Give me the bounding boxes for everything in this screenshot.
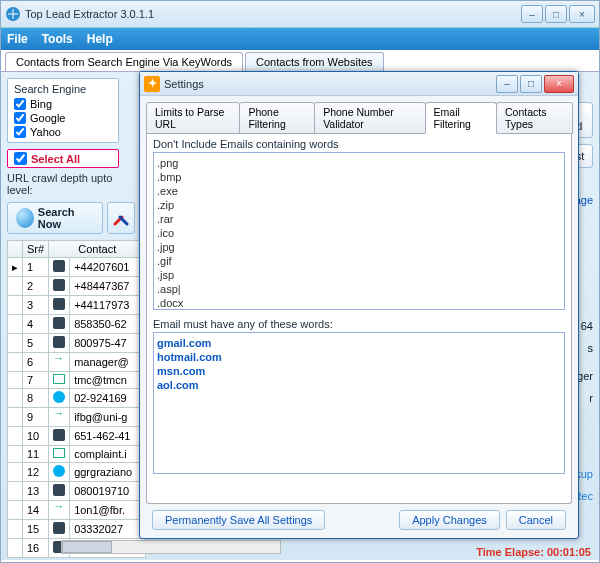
cell-contact: 858350-62 [70, 315, 146, 334]
row-pointer [8, 520, 23, 539]
tab-phone-filtering[interactable]: Phone Filtering [239, 102, 315, 134]
table-row[interactable]: ▸1+44207601 [8, 258, 146, 277]
window-maximize-button[interactable]: □ [545, 5, 567, 23]
table-row[interactable]: 10651-462-41 [8, 427, 146, 446]
select-all-toggle[interactable]: Select All [7, 149, 119, 168]
row-pointer [8, 427, 23, 446]
cell-sr: 8 [23, 389, 49, 408]
window-close-button[interactable]: × [569, 5, 595, 23]
menu-help[interactable]: Help [87, 32, 113, 46]
engine-bing[interactable]: Bing [14, 98, 112, 110]
cell-contact: 02-924169 [70, 389, 146, 408]
table-row[interactable]: 5800975-47 [8, 334, 146, 353]
engine-yahoo-checkbox[interactable] [14, 126, 26, 138]
cell-sr: 3 [23, 296, 49, 315]
table-row[interactable]: 7tmc@tmcn [8, 372, 146, 389]
results-table: Sr# Contact ▸1+442076012+484473673+44117… [7, 240, 146, 558]
cell-contact: +44117973 [70, 296, 146, 315]
settings-minimize-button[interactable]: – [496, 75, 518, 93]
cell-icon [49, 427, 70, 446]
tab-phone-validator[interactable]: Phone Number Validator [314, 102, 425, 134]
phone-icon [53, 279, 65, 291]
table-row[interactable]: 13080019710 [8, 482, 146, 501]
engine-google[interactable]: Google [14, 112, 112, 124]
main-titlebar: Top Lead Extractor 3.0.1.1 – □ × [1, 1, 599, 28]
cell-icon [49, 258, 70, 277]
search-now-button[interactable]: Search Now [7, 202, 103, 234]
cell-icon [49, 296, 70, 315]
cell-icon [49, 446, 70, 463]
cell-icon [49, 501, 70, 520]
cell-sr: 9 [23, 408, 49, 427]
row-pointer: ▸ [8, 258, 23, 277]
row-pointer [8, 408, 23, 427]
table-row[interactable]: 12ggrgraziano [8, 463, 146, 482]
tab-email-filtering[interactable]: Email Filtering [425, 102, 497, 134]
cell-contact: 080019710 [70, 482, 146, 501]
tools-icon [112, 209, 130, 227]
settings-title: Settings [164, 78, 496, 90]
cancel-button[interactable]: Cancel [506, 510, 566, 530]
cell-sr: 1 [23, 258, 49, 277]
window-minimize-button[interactable]: – [521, 5, 543, 23]
apply-changes-button[interactable]: Apply Changes [399, 510, 500, 530]
permanent-save-button[interactable]: Permanently Save All Settings [152, 510, 325, 530]
crawl-depth-label: URL crawl depth upto level: [7, 172, 135, 196]
settings-close-button[interactable]: × [544, 75, 574, 93]
cell-sr: 15 [23, 520, 49, 539]
table-row[interactable]: 9ifbg@uni-g [8, 408, 146, 427]
select-all-checkbox[interactable] [14, 152, 27, 165]
search-engine-legend: Search Engine [14, 83, 112, 95]
tab-websites[interactable]: Contacts from Websites [245, 52, 384, 71]
row-pointer [8, 539, 23, 558]
table-row[interactable]: 6manager@ [8, 353, 146, 372]
row-pointer [8, 277, 23, 296]
engine-yahoo[interactable]: Yahoo [14, 126, 112, 138]
time-elapse-value: 00:01:05 [547, 546, 591, 558]
exclude-words-textarea[interactable]: .png .bmp .exe .zip .rar .ico .jpg .gif … [153, 152, 565, 310]
table-row[interactable]: 2+48447367 [8, 277, 146, 296]
row-pointer [8, 296, 23, 315]
row-pointer [8, 482, 23, 501]
row-pointer [8, 353, 23, 372]
cell-contact: manager@ [70, 353, 146, 372]
header-sr[interactable]: Sr# [23, 241, 49, 258]
cell-sr: 16 [23, 539, 49, 558]
engine-google-checkbox[interactable] [14, 112, 26, 124]
phone-icon [53, 317, 65, 329]
table-row[interactable]: 3+44117973 [8, 296, 146, 315]
include-label: Email must have any of these words: [153, 318, 565, 330]
tab-contacts-types[interactable]: Contacts Types [496, 102, 573, 134]
settings-titlebar: ✦ Settings – □ × [140, 72, 578, 96]
send-icon [53, 410, 65, 422]
tools-button[interactable] [107, 202, 135, 234]
table-row[interactable]: 141on1@fbr. [8, 501, 146, 520]
cell-sr: 13 [23, 482, 49, 501]
phone-icon [53, 260, 65, 272]
tab-limits[interactable]: Limits to Parse URL [146, 102, 240, 134]
cell-icon [49, 520, 70, 539]
cell-icon [49, 277, 70, 296]
time-elapse-label: Time Elapse: [476, 546, 547, 558]
table-row[interactable]: 4858350-62 [8, 315, 146, 334]
table-row[interactable]: 1503332027 [8, 520, 146, 539]
horizontal-scrollbar[interactable] [61, 540, 281, 554]
cell-contact: 1on1@fbr. [70, 501, 146, 520]
table-row[interactable]: 802-924169 [8, 389, 146, 408]
cell-contact: +48447367 [70, 277, 146, 296]
cell-icon [49, 408, 70, 427]
menu-tools[interactable]: Tools [42, 32, 73, 46]
menu-file[interactable]: File [7, 32, 28, 46]
table-row[interactable]: 11complaint.i [8, 446, 146, 463]
engine-bing-checkbox[interactable] [14, 98, 26, 110]
tab-keywords[interactable]: Contacts from Search Engine Via KeyWords [5, 52, 243, 71]
send-icon [53, 503, 65, 515]
row-pointer [8, 334, 23, 353]
app-icon [5, 6, 21, 22]
cell-sr: 5 [23, 334, 49, 353]
include-words-textarea[interactable]: gmail.com hotmail.com msn.com aol.com [153, 332, 565, 474]
main-tabs: Contacts from Search Engine Via KeyWords… [1, 50, 599, 71]
settings-maximize-button[interactable]: □ [520, 75, 542, 93]
engine-bing-label: Bing [30, 98, 52, 110]
header-contact[interactable]: Contact [49, 241, 146, 258]
